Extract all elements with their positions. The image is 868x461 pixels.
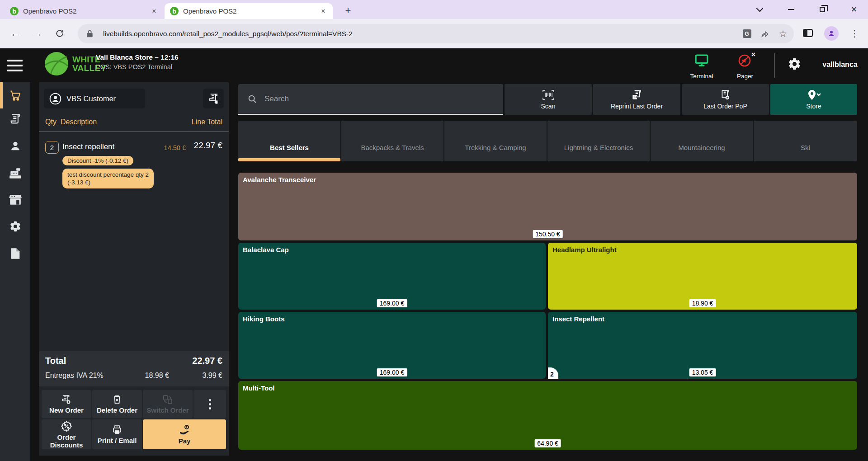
window-minimize-button[interactable] <box>781 0 802 19</box>
order-total-block: Total 22.97 € Entregas IVA 21% 18.98 € 3… <box>39 351 229 386</box>
tab-mountaineering[interactable]: Mountaineering <box>651 121 753 161</box>
product-tile-headlamp-ultralight[interactable]: Headlamp Ultralight 18.90 € <box>548 243 857 310</box>
share-icon[interactable] <box>756 25 774 43</box>
logged-in-user[interactable]: vallblanca <box>814 61 866 69</box>
reprint-last-order-button[interactable]: Reprint Last Order <box>593 84 680 115</box>
translate-icon[interactable]: G <box>738 25 756 43</box>
app-sidebar <box>0 82 30 461</box>
last-order-pop-button[interactable]: $ Last Order PoP <box>682 84 769 115</box>
order-line-total: 22.97 € <box>194 141 222 151</box>
window-close-button[interactable]: × <box>844 0 864 19</box>
location-pin-icon <box>806 89 821 101</box>
product-qty-badge: 2 <box>548 367 558 379</box>
url-bar[interactable]: livebuilds.openbravo.com/retail_pos2_mod… <box>78 24 794 43</box>
sidebar-item-receipts[interactable] <box>0 106 30 132</box>
header-divider <box>774 53 775 78</box>
openbravo-favicon: b <box>10 7 19 15</box>
tax-base: 18.98 € <box>119 372 169 380</box>
tab-best-sellers[interactable]: Best Sellers <box>238 121 340 161</box>
product-search-input[interactable]: Search <box>238 84 503 115</box>
kebab-icon <box>209 399 211 409</box>
sidebar-item-documents[interactable] <box>0 240 30 267</box>
sidebar-item-store[interactable] <box>0 187 30 213</box>
delete-order-button[interactable]: Delete Order <box>92 390 142 418</box>
document-icon <box>9 247 21 260</box>
receipt-gear-icon <box>208 93 220 105</box>
product-price: 64.90 € <box>534 439 561 447</box>
product-price: 18.90 € <box>689 299 716 307</box>
browser-menu-icon[interactable]: ⋮ <box>844 19 865 48</box>
tax-amount: 3.99 € <box>169 372 222 380</box>
sidebar-item-cash-register[interactable] <box>0 160 30 186</box>
tab-lightning-electronics[interactable]: Lightning & Electronics <box>547 121 650 161</box>
browser-tab-2[interactable]: b Openbravo POS2 × <box>165 3 333 19</box>
window-restore-button[interactable] <box>812 0 833 19</box>
order-line-qty[interactable]: 2 <box>45 141 59 154</box>
side-panel-icon[interactable] <box>803 29 813 37</box>
tax-label: Entregas IVA 21% <box>45 372 119 380</box>
order-discounts-button[interactable]: Order Discounts <box>42 419 91 449</box>
store-name-time: Vall Blanca Store – 12:16 <box>96 53 179 61</box>
receipt-icon <box>9 113 22 125</box>
sidebar-item-sales-cart[interactable] <box>0 82 30 108</box>
new-order-icon <box>61 394 72 405</box>
product-tile-insect-repellent[interactable]: Insect Repellent 2 13.05 € <box>548 312 857 379</box>
scan-button[interactable]: Scan <box>505 84 592 115</box>
tab-trekking-camping[interactable]: Trekking & Camping <box>444 121 547 161</box>
product-tile-balaclava-cap[interactable]: Balaclava Cap 169.00 € <box>238 243 546 310</box>
order-line-description[interactable]: Insect repellent <box>62 142 114 151</box>
pager-button[interactable]: × Pager <box>725 52 765 80</box>
customer-selector-button[interactable]: VBS Customer <box>44 89 145 108</box>
browser-tab-1[interactable]: b Openbravo POS2 × <box>5 3 164 19</box>
sidebar-item-settings[interactable] <box>0 213 30 240</box>
tab-ski[interactable]: Ski <box>754 121 857 161</box>
tab-title: Openbravo POS2 <box>23 7 145 15</box>
tab-title: Openbravo POS2 <box>183 7 314 15</box>
print-email-button[interactable]: Print / Email <box>92 419 142 449</box>
terminal-button[interactable]: Terminal <box>681 52 722 80</box>
reload-icon <box>55 29 64 38</box>
pager-close-icon[interactable]: × <box>751 51 755 59</box>
barcode-icon <box>542 89 555 101</box>
new-tab-button[interactable]: + <box>342 5 354 17</box>
more-actions-kebab[interactable] <box>193 390 226 418</box>
tab-search-chevron-icon[interactable] <box>749 0 770 19</box>
tab-backpacks-travels[interactable]: Backpacks & Travels <box>341 121 443 161</box>
tab-close-icon[interactable]: × <box>149 6 159 16</box>
sidebar-item-customers[interactable] <box>0 133 30 159</box>
lock-icon[interactable] <box>80 25 99 43</box>
settings-gear-icon[interactable] <box>788 57 802 71</box>
gear-icon <box>9 220 22 233</box>
pager-icon <box>738 54 751 67</box>
assign-ticket-button[interactable] <box>203 89 224 108</box>
total-amount: 22.97 € <box>192 356 222 366</box>
order-pop-icon: $ <box>720 89 731 101</box>
cart-icon <box>9 89 22 102</box>
svg-text:$: $ <box>724 90 725 93</box>
hamburger-menu-icon[interactable] <box>7 60 23 71</box>
discount-seal-icon <box>61 420 72 432</box>
switch-order-icon <box>162 394 174 405</box>
product-tile-avalanche-transceiver[interactable]: Avalanche Transceiver 150.50 € <box>238 173 857 240</box>
order-line-original-price: 14.50 € <box>164 144 186 151</box>
order-line-promotion-badge: test discount percentage qty 2 (-3.13 €) <box>62 169 154 188</box>
openbravo-favicon: b <box>170 7 179 15</box>
screen: b Openbravo POS2 × b Openbravo POS2 × + … <box>0 0 868 461</box>
forward-button[interactable]: → <box>27 19 48 48</box>
pay-hand-icon <box>178 424 191 436</box>
order-columns-header: Qty Description Line Total <box>39 113 229 132</box>
back-button[interactable]: ← <box>5 19 26 48</box>
bookmark-star-icon[interactable]: ☆ <box>774 25 792 43</box>
person-icon <box>9 140 22 152</box>
total-label: Total <box>45 356 66 366</box>
reload-button[interactable] <box>49 19 71 48</box>
pay-button[interactable]: Pay <box>143 419 226 449</box>
terminal-monitor-icon <box>695 54 708 67</box>
tab-close-icon[interactable]: × <box>318 6 328 16</box>
product-tile-hiking-boots[interactable]: Hiking Boots 169.00 € <box>238 312 546 379</box>
new-order-button[interactable]: New Order <box>42 390 91 418</box>
store-selector-button[interactable]: Store <box>770 84 857 115</box>
profile-avatar[interactable] <box>824 26 839 41</box>
product-tile-multi-tool[interactable]: Multi-Tool 64.90 € <box>238 381 857 450</box>
customer-icon <box>49 93 61 105</box>
